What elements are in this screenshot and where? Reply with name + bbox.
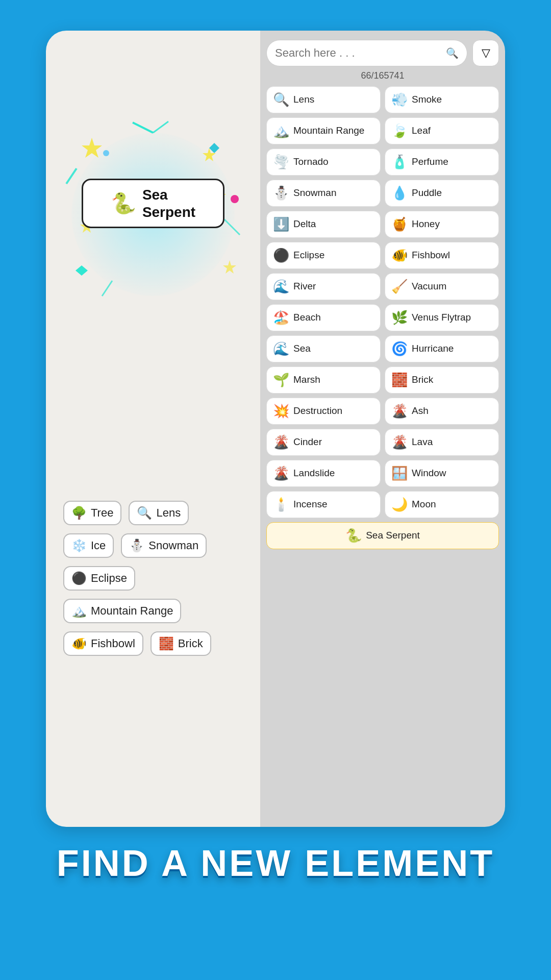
right-panel: 🔍 ▽ 66/165741 🔍 Lens 💨 Smoke 🏔️ Mountain… <box>260 31 505 827</box>
element-smoke[interactable]: 💨 Smoke <box>385 86 499 113</box>
element-perfume[interactable]: 🧴 Perfume <box>385 149 499 176</box>
craft-items-area: 🌳 Tree 🔍 Lens ❄️ Ice ⛄ Snowman ⚫ Ecl <box>56 498 250 658</box>
bottom-tagline: Find a New Element <box>57 842 495 884</box>
brick-emoji: 🧱 <box>159 636 174 651</box>
search-input[interactable] <box>275 46 442 60</box>
filter-icon: ▽ <box>482 46 490 60</box>
snowman-label: Snowman <box>148 539 198 552</box>
craft-item-mountain-range[interactable]: 🏔️ Mountain Range <box>63 599 181 623</box>
element-honey[interactable]: 🍯 Honey <box>385 211 499 238</box>
fishbowl-emoji: 🐠 <box>71 636 87 651</box>
svg-marker-4 <box>223 260 236 274</box>
filter-button[interactable]: ▽ <box>472 40 499 66</box>
element-eclipse[interactable]: ⚫ Eclipse <box>266 242 381 269</box>
element-landslide[interactable]: 🌋 Landslide <box>266 460 381 487</box>
lens-emoji: 🔍 <box>137 506 152 520</box>
element-brick[interactable]: 🧱 Brick <box>385 366 499 394</box>
element-marsh[interactable]: 🌱 Marsh <box>266 366 381 394</box>
fishbowl-label: Fishbowl <box>91 637 135 650</box>
craft-item-snowman[interactable]: ⛄ Snowman <box>121 533 207 558</box>
element-moon[interactable]: 🌙 Moon <box>385 491 499 518</box>
ice-emoji: ❄️ <box>71 538 87 553</box>
search-row: 🔍 ▽ <box>266 40 499 66</box>
craft-item-lens[interactable]: 🔍 Lens <box>129 501 189 525</box>
craft-item-fishbowl[interactable]: 🐠 Fishbowl <box>63 631 143 656</box>
search-bar[interactable]: 🔍 <box>266 40 467 66</box>
element-ash[interactable]: 🌋 Ash <box>385 398 499 425</box>
element-cinder[interactable]: 🌋 Cinder <box>266 429 381 456</box>
element-leaf[interactable]: 🍃 Leaf <box>385 117 499 144</box>
tree-label: Tree <box>91 506 113 520</box>
craft-item-brick[interactable]: 🧱 Brick <box>151 631 211 656</box>
element-count: 66/165741 <box>266 70 499 81</box>
element-river[interactable]: 🌊 River <box>266 273 381 300</box>
ice-label: Ice <box>91 539 106 552</box>
mountain-range-label: Mountain Range <box>91 604 173 618</box>
element-delta[interactable]: ⬇️ Delta <box>266 211 381 238</box>
element-snowman[interactable]: ⛄ Snowman <box>266 180 381 207</box>
element-tornado[interactable]: 🌪️ Tornado <box>266 149 381 176</box>
element-mountain-range[interactable]: 🏔️ Mountain Range <box>266 117 381 144</box>
brick-label: Brick <box>178 637 203 650</box>
search-icon[interactable]: 🔍 <box>446 47 459 59</box>
mountain-range-emoji: 🏔️ <box>71 604 87 618</box>
svg-line-5 <box>133 122 153 133</box>
element-puddle[interactable]: 💧 Puddle <box>385 180 499 207</box>
lens-label: Lens <box>156 506 181 520</box>
svg-marker-11 <box>209 143 219 153</box>
element-beach[interactable]: 🏖️ Beach <box>266 304 381 331</box>
tree-emoji: 🌳 <box>71 506 87 520</box>
element-hurricane[interactable]: 🌀 Hurricane <box>385 335 499 362</box>
left-panel: 🐍 Sea Serpent 🌳 Tree 🔍 Lens ❄️ Ice <box>46 31 260 827</box>
craft-item-tree[interactable]: 🌳 Tree <box>63 501 121 525</box>
discovered-element: 🐍 Sea Serpent <box>82 179 224 228</box>
element-venus-flytrap[interactable]: 🌿 Venus Flytrap <box>385 304 499 331</box>
element-vacuum[interactable]: 🧹 Vacuum <box>385 273 499 300</box>
craft-item-eclipse[interactable]: ⚫ Eclipse <box>63 566 135 591</box>
svg-line-6 <box>153 121 168 133</box>
element-destruction[interactable]: 💥 Destruction <box>266 398 381 425</box>
snowman-emoji: ⛄ <box>129 538 144 553</box>
element-lava[interactable]: 🌋 Lava <box>385 429 499 456</box>
element-incense[interactable]: 🕯️ Incense <box>266 491 381 518</box>
discovered-name: Sea Serpent <box>142 186 195 220</box>
element-sea-serpent[interactable]: 🐍 Sea Serpent <box>266 522 499 549</box>
element-lens[interactable]: 🔍 Lens <box>266 86 381 113</box>
craft-item-ice[interactable]: ❄️ Ice <box>63 533 114 558</box>
svg-line-7 <box>66 168 77 184</box>
elements-grid: 🔍 Lens 💨 Smoke 🏔️ Mountain Range 🍃 Leaf … <box>266 86 499 549</box>
discovered-emoji: 🐍 <box>111 191 136 215</box>
svg-marker-10 <box>76 265 88 276</box>
eclipse-label: Eclipse <box>91 572 127 585</box>
element-window[interactable]: 🪟 Window <box>385 460 499 487</box>
element-fishbowl[interactable]: 🐠 Fishbowl <box>385 242 499 269</box>
eclipse-emoji: ⚫ <box>71 571 87 585</box>
element-sea[interactable]: 🌊 Sea <box>266 335 381 362</box>
